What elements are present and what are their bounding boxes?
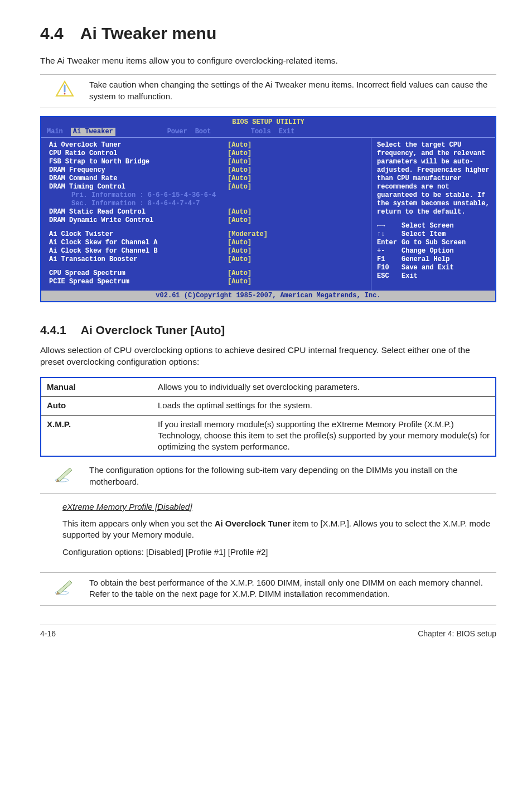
bios-panel: BIOS SETUP UTILITY Main Ai Tweaker Power… xyxy=(40,116,496,302)
bios-tab: Power xyxy=(167,128,187,136)
bios-item-value: [Auto] xyxy=(228,141,252,149)
svg-marker-7 xyxy=(57,581,72,594)
subsection-intro: Allows selection of CPU overclocking opt… xyxy=(40,345,496,368)
bios-item-value: [Auto] xyxy=(228,149,252,158)
table-row: X.M.P. If you install memory module(s) s… xyxy=(41,415,496,456)
caution-icon xyxy=(40,79,89,97)
bios-key-help: F1General Help xyxy=(377,255,491,264)
bios-subinfo: Pri. Information : 6-6-6-15-4-36-6-4 xyxy=(49,191,365,200)
page-number: 4-16 xyxy=(40,629,56,639)
bios-item-label: Ai Clock Skew for Channel A xyxy=(49,239,228,247)
extreme-config-options: Configuration options: [Disabled] [Profi… xyxy=(62,547,496,558)
svg-marker-4 xyxy=(57,468,72,481)
table-row: Manual Allows you to individually set ov… xyxy=(41,378,496,397)
bios-item-label: DRAM Frequency xyxy=(49,166,228,175)
bios-item-label: Ai Transaction Booster xyxy=(49,255,228,264)
bios-item-label: CPU Spread Spectrum xyxy=(49,269,228,278)
bios-item-label: Ai Clock Skew for Channel B xyxy=(49,247,228,255)
bios-item-label: DRAM Dynamic Write Control xyxy=(49,216,228,225)
bios-key-help: +-Change Option xyxy=(377,247,491,255)
pencil-icon xyxy=(40,577,89,595)
bios-tab: Main xyxy=(47,128,63,136)
bios-item-label: CPU Ratio Control xyxy=(49,149,228,158)
bios-footer: v02.61 (C)Copyright 1985-2007, American … xyxy=(41,291,495,301)
pencil-icon xyxy=(40,465,89,482)
bios-item-label: Ai Clock Twister xyxy=(49,230,228,239)
subsection-title-text: Ai Overclock Tuner [Auto] xyxy=(81,323,225,336)
caution-note: Take caution when changing the settings … xyxy=(40,74,496,108)
bios-tab xyxy=(219,128,243,136)
chapter-label: Chapter 4: BIOS setup xyxy=(418,629,496,639)
bios-item-value: [Auto] xyxy=(228,175,252,183)
bios-key-help: ←→Select Screen xyxy=(377,222,491,230)
bios-tab-active: Ai Tweaker xyxy=(71,128,115,136)
bios-right-pane: Select the target CPU frequency, and the… xyxy=(371,137,495,291)
bios-item-label: DRAM Static Read Control xyxy=(49,208,228,216)
bios-item-label: PCIE Spread Spectrum xyxy=(49,278,228,286)
section-title-text: Ai Tweaker menu xyxy=(80,24,217,42)
bios-tab xyxy=(123,128,159,136)
bios-item-label: DRAM Timing Control xyxy=(49,183,228,191)
bios-tab: Boot xyxy=(195,128,211,136)
caution-text: Take caution when changing the settings … xyxy=(89,79,496,102)
option-key: Manual xyxy=(41,378,152,397)
option-value: Allows you to individually set overclock… xyxy=(152,378,496,397)
bios-title: BIOS SETUP UTILITY xyxy=(41,117,495,128)
bios-item-value: [Auto] xyxy=(228,278,252,286)
bios-key-help: EnterGo to Sub Screen xyxy=(377,239,491,247)
page-title: 4.4Ai Tweaker menu xyxy=(40,22,496,45)
option-key: X.M.P. xyxy=(41,415,152,456)
bios-item-value: [Auto] xyxy=(228,158,252,166)
intro-paragraph: The Ai Tweaker menu items allow you to c… xyxy=(40,55,496,67)
option-value: Loads the optimal settings for the syste… xyxy=(152,397,496,415)
bios-item-value: [Auto] xyxy=(228,239,252,247)
bios-key-help: ↑↓Select Item xyxy=(377,230,491,239)
option-key: Auto xyxy=(41,397,152,415)
bios-item-value: [Auto] xyxy=(228,183,252,191)
options-table: Manual Allows you to individually set ov… xyxy=(40,377,496,457)
subsection-number: 4.4.1 xyxy=(40,322,66,338)
bios-tab-strip: Main Ai Tweaker Power Boot Tools Exit xyxy=(41,128,495,137)
bios-key-help: F10Save and Exit xyxy=(377,264,491,272)
svg-point-2 xyxy=(64,93,66,95)
bios-item-label: DRAM Command Rate xyxy=(49,175,228,183)
bios-item-label: FSB Strap to North Bridge xyxy=(49,158,228,166)
bios-item-value: [Auto] xyxy=(228,247,252,255)
table-row: Auto Loads the optimal settings for the … xyxy=(41,397,496,415)
bios-tab: Tools xyxy=(251,128,271,136)
bios-item-value: [Auto] xyxy=(228,255,252,264)
bios-item-label: Ai Overclock Tuner xyxy=(49,141,228,149)
extreme-heading: eXtreme Memory Profile [Disabled] xyxy=(62,502,192,511)
bios-help-text: Select the target CPU frequency, and the… xyxy=(377,141,491,216)
subsection-title: 4.4.1Ai Overclock Tuner [Auto] xyxy=(40,322,496,338)
performance-note: To obtain the best performance of the X.… xyxy=(40,572,496,606)
extreme-body: This item appears only when you set the … xyxy=(62,518,496,541)
section-number: 4.4 xyxy=(40,22,64,45)
bios-key-help: ESCExit xyxy=(377,272,491,281)
option-value: If you install memory module(s) supporti… xyxy=(152,415,496,456)
bios-subinfo: Sec. Information : 8-4-6-4-7-4-7 xyxy=(49,200,365,208)
bios-left-pane: Ai Overclock Tuner[Auto] CPU Ratio Contr… xyxy=(41,137,371,291)
bios-tab: Exit xyxy=(279,128,295,136)
performance-text: To obtain the best performance of the X.… xyxy=(89,577,496,600)
info-text: The configuration options for the follow… xyxy=(89,465,496,487)
bios-item-value: [Auto] xyxy=(228,208,252,216)
bios-item-value: [Auto] xyxy=(228,216,252,225)
bios-item-value: [Moderate] xyxy=(228,230,268,239)
info-note: The configuration options for the follow… xyxy=(40,460,496,494)
page-footer: 4-16 Chapter 4: BIOS setup xyxy=(40,625,496,639)
bios-item-value: [Auto] xyxy=(228,269,252,278)
bios-item-value: [Auto] xyxy=(228,166,252,175)
